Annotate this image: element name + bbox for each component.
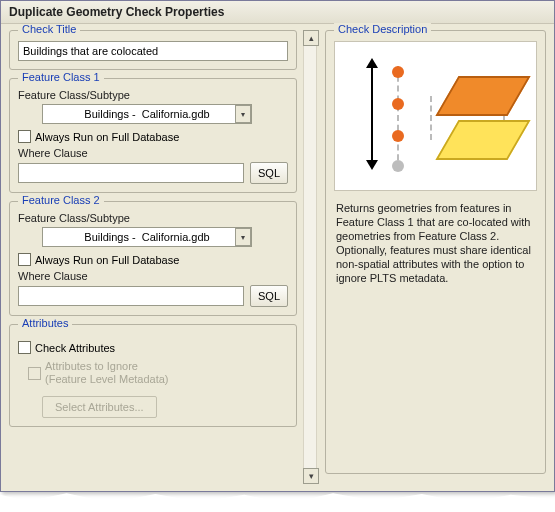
attributes-legend: Attributes	[18, 317, 72, 329]
description-diagram	[334, 41, 537, 191]
orange-dot-icon	[392, 98, 404, 110]
torn-edge-decoration	[0, 490, 555, 506]
fc1-where-input[interactable]	[18, 163, 244, 183]
fc2-legend: Feature Class 2	[18, 194, 104, 206]
fc2-fulldb-label: Always Run on Full Database	[35, 254, 179, 266]
left-pane: Check Title Feature Class 1 Feature Clas…	[1, 24, 301, 490]
feature-class-1-group: Feature Class 1 Feature Class/Subtype ▾ …	[9, 78, 297, 193]
check-attributes-label: Check Attributes	[35, 342, 115, 354]
fc1-legend: Feature Class 1	[18, 71, 104, 83]
check-title-input[interactable]	[18, 41, 288, 61]
dropdown-icon[interactable]: ▾	[235, 228, 251, 246]
dotted-guide	[397, 66, 399, 170]
check-title-legend: Check Title	[18, 24, 80, 35]
orange-dot-icon	[392, 66, 404, 78]
orange-dot-icon	[392, 130, 404, 142]
check-title-group: Check Title	[9, 30, 297, 70]
ignore-line1: Attributes to Ignore	[45, 360, 169, 373]
fc2-where-input[interactable]	[18, 286, 244, 306]
left-pane-scrollbar[interactable]: ▴ ▾	[301, 24, 319, 490]
dialog-title: Duplicate Geometry Check Properties	[1, 1, 554, 24]
fc2-subtype-combo[interactable]: ▾	[42, 227, 252, 247]
fc1-fulldb-checkbox[interactable]	[18, 130, 31, 143]
fc2-where-label: Where Clause	[18, 270, 288, 282]
fc1-combo-display[interactable]	[42, 104, 252, 124]
fc2-sql-button[interactable]: SQL	[250, 285, 288, 307]
fc1-subtype-label: Feature Class/Subtype	[18, 89, 288, 101]
fc2-combo-display[interactable]	[42, 227, 252, 247]
attributes-group: Attributes Check Attributes Attributes t…	[9, 324, 297, 427]
dropdown-icon[interactable]: ▾	[235, 105, 251, 123]
dialog-window: Duplicate Geometry Check Properties Chec…	[0, 0, 555, 492]
fc2-subtype-label: Feature Class/Subtype	[18, 212, 288, 224]
right-pane: Check Description	[319, 24, 554, 490]
grey-dot-icon	[392, 160, 404, 172]
check-attributes-checkbox[interactable]	[18, 341, 31, 354]
select-attributes-button: Select Attributes...	[42, 396, 157, 418]
scroll-track[interactable]	[303, 46, 317, 468]
ignore-attributes-checkbox	[28, 367, 41, 380]
description-legend: Check Description	[334, 23, 431, 35]
vertical-axis	[371, 64, 373, 164]
fc1-fulldb-label: Always Run on Full Database	[35, 131, 179, 143]
arrow-down-icon	[366, 160, 378, 170]
description-text: Returns geometries from features in Feat…	[334, 201, 537, 285]
fc2-fulldb-checkbox[interactable]	[18, 253, 31, 266]
yellow-polygon-icon	[435, 120, 530, 160]
fc1-sql-button[interactable]: SQL	[250, 162, 288, 184]
ignore-line2: (Feature Level Metadata)	[45, 373, 169, 386]
fc1-subtype-combo[interactable]: ▾	[42, 104, 252, 124]
scroll-up-icon[interactable]: ▴	[303, 30, 319, 46]
scroll-down-icon[interactable]: ▾	[303, 468, 319, 484]
feature-class-2-group: Feature Class 2 Feature Class/Subtype ▾ …	[9, 201, 297, 316]
dialog-body: Check Title Feature Class 1 Feature Clas…	[1, 24, 554, 490]
orange-polygon-icon	[435, 76, 530, 116]
fc1-where-label: Where Clause	[18, 147, 288, 159]
dotted-pillar	[430, 96, 432, 140]
check-description-group: Check Description	[325, 30, 546, 474]
